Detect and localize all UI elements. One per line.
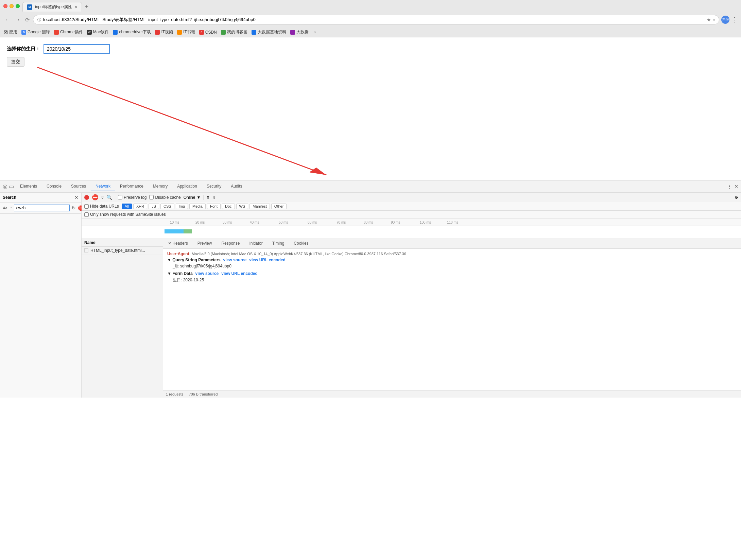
tab-performance[interactable]: Performance — [115, 182, 148, 191]
form-data-view-source-link[interactable]: view source — [195, 271, 219, 276]
date-input[interactable] — [44, 44, 110, 54]
search-case-toggle[interactable]: Aa — [3, 206, 7, 210]
filter-all[interactable]: All — [122, 204, 132, 209]
new-tab-button[interactable]: + — [82, 2, 91, 12]
filter-media[interactable]: Media — [189, 204, 206, 209]
samesite-checkbox[interactable] — [84, 212, 89, 217]
search-refresh-button[interactable]: ↻ — [72, 205, 76, 211]
filter-doc[interactable]: Doc — [222, 204, 235, 209]
bookmark-bigdata[interactable]: 大数据 — [290, 29, 309, 35]
devtools-inspect-icon[interactable]: ◎ — [3, 183, 7, 190]
tab-security[interactable]: Security — [202, 182, 226, 191]
bookmark-it-books[interactable]: IT书籍 — [177, 29, 195, 35]
search-regex-toggle[interactable]: .* — [9, 206, 12, 210]
network-panel: ⛔ ▿ 🔍 Preserve log Disable cache Online … — [82, 193, 741, 398]
cast-icon[interactable]: ▫ — [713, 17, 715, 22]
birthday-value: 2020-10-25 — [183, 278, 204, 282]
hide-data-urls-checkbox[interactable] — [84, 204, 89, 209]
tab-memory[interactable]: Memory — [148, 182, 172, 191]
filter-css[interactable]: CSS — [160, 204, 174, 209]
filter-manifest[interactable]: Manifest — [249, 204, 270, 209]
chromedriver-icon — [113, 30, 118, 35]
samesite-label[interactable]: Only show requests with SameSite issues — [84, 212, 166, 217]
filter-img[interactable]: Img — [176, 204, 188, 209]
search-controls: Aa .* ↻ ⛔ — [0, 203, 81, 214]
tab-application[interactable]: Application — [172, 182, 202, 191]
tab-title: input标签的type属性 — [35, 4, 72, 10]
filter-js[interactable]: JS — [149, 204, 159, 209]
download-icon[interactable]: ⇩ — [212, 195, 216, 200]
devtools-close-icon[interactable]: ✕ — [735, 184, 738, 189]
user-agent-key: User-Agent: — [167, 251, 191, 256]
close-window-button[interactable] — [3, 4, 7, 8]
stop-button[interactable]: ⛔ — [92, 194, 99, 200]
address-bar[interactable]: ⓘ localhost:63342/Study/HTML_Study/表单标签/… — [33, 15, 719, 24]
form-data-view-url-link[interactable]: view URL encoded — [221, 271, 257, 276]
details-tab-cookies[interactable]: Cookies — [289, 239, 313, 248]
devtools-overflow-icon[interactable]: ⋮ — [727, 184, 732, 189]
bookmark-apps[interactable]: ⊠ 应用 — [3, 29, 17, 35]
bookmark-bigdata-resource[interactable]: 大数据基地资料 — [252, 29, 286, 35]
filter-xhr[interactable]: XHR — [133, 204, 147, 209]
disable-cache-checkbox[interactable] — [149, 195, 154, 199]
bookmark-translate[interactable]: G Google 翻译 — [21, 29, 50, 35]
browser-tab[interactable]: M input标签的type属性 × — [22, 2, 82, 12]
search-panel-title: Search — [3, 195, 16, 200]
forward-button[interactable]: → — [14, 15, 22, 24]
row-checkbox[interactable] — [84, 248, 88, 252]
devtools-extra-icons: ⋮ ✕ — [727, 184, 738, 189]
query-view-url-link[interactable]: view URL encoded — [249, 258, 285, 262]
bookmark-chrome-ext[interactable]: Chrome插件 — [54, 29, 83, 35]
submit-button[interactable]: 提交 — [7, 57, 24, 67]
network-search-button[interactable]: 🔍 — [106, 195, 112, 200]
settings-icon[interactable]: ⚙ — [735, 195, 738, 200]
details-tab-preview[interactable]: Preview — [193, 239, 217, 248]
online-dropdown[interactable]: Online ▼ — [184, 195, 201, 200]
preserve-log-checkbox[interactable] — [118, 195, 122, 199]
tab-console[interactable]: Console — [42, 182, 66, 191]
filter-font[interactable]: Font — [207, 204, 221, 209]
timeline-10ms: 10 ms — [170, 221, 179, 224]
search-panel-close-button[interactable]: ✕ — [74, 195, 79, 200]
devtools-device-icon[interactable]: ▭ — [9, 183, 14, 190]
bookmark-it-video[interactable]: IT视频 — [155, 29, 173, 35]
filter-button[interactable]: ▿ — [101, 195, 104, 200]
filter-ws[interactable]: WS — [236, 204, 248, 209]
tab-network[interactable]: Network — [91, 182, 115, 191]
search-panel-header: Search ✕ — [0, 193, 81, 203]
filter-other[interactable]: Other — [271, 204, 287, 209]
tab-sources[interactable]: Sources — [66, 182, 91, 191]
tab-elements[interactable]: Elements — [15, 182, 42, 191]
blog-label: 我的博客园 — [227, 29, 247, 35]
tab-audits[interactable]: Audits — [226, 182, 247, 191]
bookmark-star-icon[interactable]: ★ — [707, 17, 711, 22]
preserve-log-label[interactable]: Preserve log — [118, 195, 147, 200]
details-tab-timing[interactable]: Timing — [268, 239, 289, 248]
timeline-bar-area — [163, 226, 741, 239]
timeline-70ms: 70 ms — [337, 221, 346, 224]
bookmark-blog[interactable]: 我的博客园 — [221, 29, 247, 35]
back-button[interactable]: ← — [3, 15, 12, 24]
query-view-source-link[interactable]: view source — [223, 258, 247, 262]
bookmark-mac-software[interactable]: W Mac软件 — [87, 29, 109, 35]
menu-icon[interactable]: ⋮ — [731, 16, 738, 23]
user-avatar[interactable]: 赤华 — [721, 16, 729, 24]
request-bar — [165, 229, 192, 233]
hide-data-urls-label[interactable]: Hide data URLs — [84, 204, 119, 209]
upload-icon[interactable]: ⇧ — [206, 195, 210, 200]
timeline-40ms: 40 ms — [250, 221, 259, 224]
search-input[interactable] — [14, 205, 70, 211]
details-tab-initiator[interactable]: Initiator — [244, 239, 267, 248]
minimize-window-button[interactable] — [10, 4, 14, 8]
bookmark-chromedriver[interactable]: chromedriver下载 — [113, 29, 151, 35]
details-tab-headers[interactable]: ✕ Headers — [163, 239, 193, 248]
disable-cache-label[interactable]: Disable cache — [149, 195, 180, 200]
details-tab-response[interactable]: Response — [217, 239, 244, 248]
bookmarks-more-icon[interactable]: » — [314, 30, 316, 35]
maximize-window-button[interactable] — [16, 4, 20, 8]
network-request-row[interactable]: HTML_input_type_date.html... — [82, 247, 163, 255]
tab-close-button[interactable]: × — [75, 4, 77, 10]
bookmark-csdn[interactable]: C CSDN — [199, 30, 217, 35]
refresh-button[interactable]: ⟳ — [24, 15, 31, 24]
record-button[interactable] — [84, 195, 89, 200]
